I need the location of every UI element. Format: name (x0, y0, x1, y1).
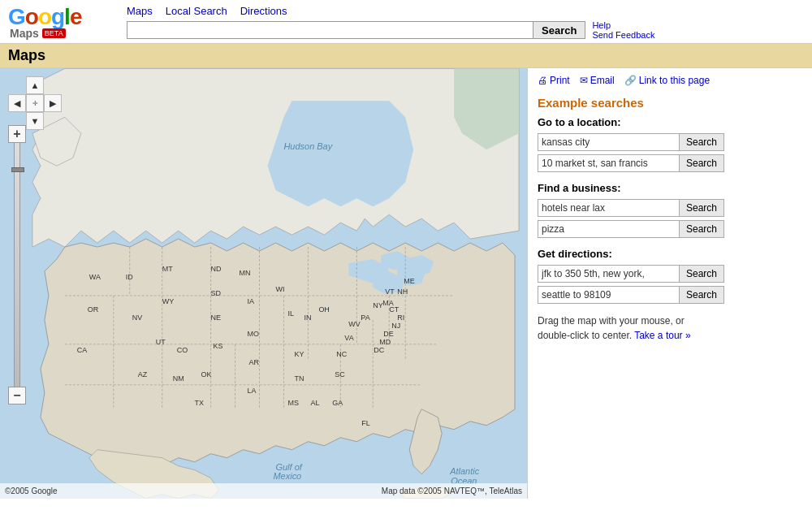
state-mt: MT (162, 265, 173, 273)
search-row: Search Help Send Feedback (127, 20, 804, 40)
ctrl-row-mid: ◀ ✛ ▶ (8, 94, 62, 112)
print-icon: 🖨 (538, 75, 547, 86)
zoom-track[interactable] (14, 143, 20, 387)
search-button[interactable]: Search (533, 21, 585, 39)
state-ny: NY (373, 301, 382, 309)
action-links: 🖨 Print ✉ Email 🔗 Link to this page (538, 75, 802, 86)
state-ar: AR (249, 358, 260, 366)
pan-left-button[interactable]: ◀ (8, 94, 26, 112)
link-to-page-link[interactable]: 🔗 Link to this page (624, 75, 710, 86)
example-search-btn-seattle[interactable]: Search (680, 286, 724, 304)
example-search-btn-jfk[interactable]: Search (680, 265, 724, 283)
state-ky: KY (294, 350, 304, 358)
example-search-btn-kansas[interactable]: Search (680, 133, 724, 151)
help-link[interactable]: Help (592, 20, 654, 30)
search-input[interactable] (127, 21, 533, 39)
print-label: Print (550, 75, 570, 86)
email-link[interactable]: ✉ Email (580, 75, 615, 86)
nav-area: Maps Local Search Directions Search Help… (127, 5, 804, 40)
drag-note: Drag the map with your mouse, or double-… (538, 314, 802, 343)
logo-l: l (64, 4, 70, 29)
state-oh: OH (318, 305, 329, 314)
nav-directions[interactable]: Directions (240, 5, 287, 17)
pan-center-button[interactable]: ✛ (26, 94, 44, 112)
example-input-jfk[interactable] (538, 265, 680, 283)
state-tx: TX (195, 399, 204, 407)
page-title: Maps (0, 44, 812, 68)
state-ms: MS (287, 399, 298, 407)
state-ca: CA (77, 346, 87, 354)
map-svg: WA OR CA ID MT WY NV UT CO AZ NM ND SD N… (0, 68, 527, 499)
example-row-seattle: Search (538, 286, 802, 304)
state-mn: MN (240, 269, 251, 277)
beta-badge: BETA (42, 28, 66, 38)
example-search-btn-hotels[interactable]: Search (680, 199, 724, 217)
tour-link[interactable]: Take a tour » (634, 330, 690, 341)
state-il: IL (287, 309, 293, 318)
data-credit-label: Map data ©2005 NAVTEQ™, TeleAtlas (382, 487, 522, 495)
zoom-thumb[interactable] (11, 167, 24, 172)
logo-e: e (70, 4, 82, 29)
example-row-jfk: Search (538, 265, 802, 283)
state-nh: NH (397, 288, 408, 296)
pan-down-button[interactable]: ▼ (26, 112, 44, 130)
email-icon: ✉ (580, 75, 588, 86)
state-co: CO (177, 346, 188, 354)
state-az: AZ (138, 370, 148, 378)
example-row-kansas: Search (538, 133, 802, 151)
header: Google Maps BETA Maps Local Search Direc… (0, 0, 812, 44)
map-footer: ©2005 Google Map data ©2005 NAVTEQ™, Tel… (0, 483, 527, 499)
state-ok: OK (201, 370, 212, 378)
state-dc: DC (374, 346, 384, 354)
find-business-title: Find a business: (538, 182, 802, 194)
example-input-market[interactable] (538, 154, 680, 172)
state-ct: CT (389, 305, 399, 314)
state-md: MD (379, 338, 391, 346)
state-or: OR (88, 305, 99, 314)
logo-g: G (8, 4, 25, 29)
state-ri: RI (397, 314, 404, 322)
state-sc: SC (335, 370, 345, 378)
main-content: ▲ ◀ ✛ ▶ ▼ + − (0, 68, 812, 499)
state-ks: KS (214, 342, 223, 350)
feedback-link[interactable]: Send Feedback (592, 30, 654, 40)
zoom-in-button[interactable]: + (8, 125, 26, 143)
state-nm: NM (173, 374, 184, 383)
example-input-pizza[interactable] (538, 220, 680, 238)
state-ga: GA (332, 399, 343, 407)
map-container[interactable]: ▲ ◀ ✛ ▶ ▼ + − (0, 68, 528, 499)
state-fl: FL (361, 419, 369, 427)
example-row-hotels: Search (538, 199, 802, 217)
pan-up-button[interactable]: ▲ (26, 76, 44, 94)
nav-maps[interactable]: Maps (127, 5, 153, 17)
example-input-kansas[interactable] (538, 133, 680, 151)
state-wa: WA (89, 273, 101, 281)
state-de: DE (383, 330, 393, 338)
help-links: Help Send Feedback (592, 20, 654, 40)
nav-local-search[interactable]: Local Search (166, 5, 227, 17)
state-vt: VT (385, 288, 395, 296)
atlantic-ocean-label: Atlantic (449, 466, 479, 476)
email-label: Email (590, 75, 615, 86)
example-search-btn-market[interactable]: Search (680, 154, 724, 172)
map-nav-controls: ▲ ◀ ✛ ▶ ▼ (8, 76, 62, 130)
zoom-slider: + − (8, 125, 26, 404)
right-panel: 🖨 Print ✉ Email 🔗 Link to this page Exam… (528, 68, 812, 499)
zoom-out-button[interactable]: − (8, 387, 26, 404)
state-va: VA (344, 334, 353, 342)
example-input-hotels[interactable] (538, 199, 680, 217)
example-input-seattle[interactable] (538, 286, 680, 304)
example-search-btn-pizza[interactable]: Search (680, 220, 724, 238)
link-icon: 🔗 (624, 75, 637, 86)
ctrl-row-top: ▲ (8, 76, 62, 94)
example-row-pizza: Search (538, 220, 802, 238)
print-link[interactable]: 🖨 Print (538, 75, 570, 86)
google-logo: Google (8, 6, 81, 28)
logo-area: Google Maps BETA (8, 6, 114, 40)
hudson-bay-label: Hudson Bay (283, 141, 333, 151)
state-al: AL (310, 399, 319, 407)
logo-g2: g (51, 4, 64, 29)
logo-sub: Maps BETA (8, 27, 66, 40)
state-nv: NV (132, 314, 142, 322)
pan-right-button[interactable]: ▶ (44, 94, 62, 112)
